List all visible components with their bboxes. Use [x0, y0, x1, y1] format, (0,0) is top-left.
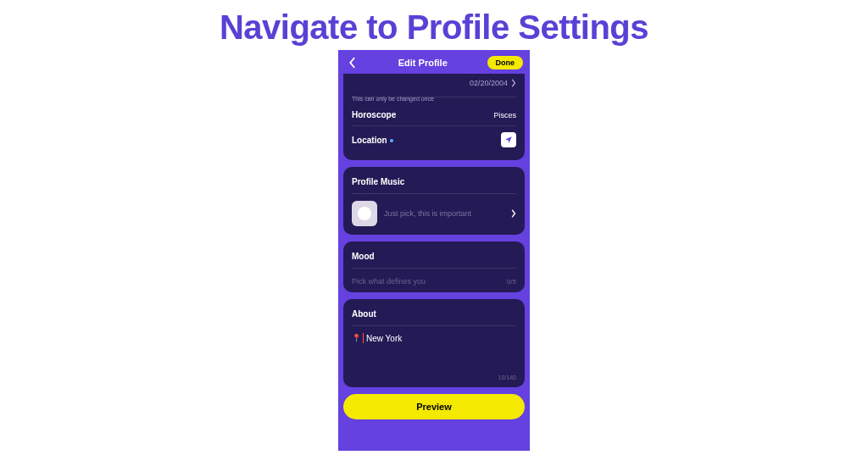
mood-count: 0/5 — [507, 278, 516, 286]
about-count: 10/140 — [498, 375, 516, 380]
profile-info-card: 02/20/2004 This can only be changed once… — [343, 74, 525, 160]
music-thumbnail — [352, 201, 377, 226]
profile-music-card: Profile Music Just pick, this is importa… — [343, 167, 525, 235]
pin-icon: 📍 — [352, 334, 361, 342]
top-bar: Edit Profile Done — [338, 50, 530, 74]
chevron-right-icon — [511, 79, 516, 87]
screen-title: Edit Profile — [398, 58, 448, 68]
birthdate-note: This can only be changed once — [352, 96, 516, 102]
mood-row[interactable]: Pick what defines you 0/5 — [352, 269, 516, 286]
mood-title: Mood — [352, 248, 516, 269]
content-scroll[interactable]: 02/20/2004 This can only be changed once… — [338, 74, 530, 451]
chevron-left-icon — [348, 57, 356, 69]
location-label: Location — [352, 136, 393, 145]
horoscope-label: Horoscope — [352, 110, 396, 119]
done-button[interactable]: Done — [487, 56, 524, 69]
mood-placeholder: Pick what defines you — [352, 277, 426, 286]
page-title: Navigate to Profile Settings — [0, 0, 868, 47]
location-row[interactable]: Location — [352, 126, 516, 153]
birthdate-value: 02/20/2004 — [470, 79, 516, 87]
text-cursor — [363, 333, 364, 343]
about-input[interactable]: 📍New York 10/140 — [352, 326, 516, 380]
horoscope-value: Pisces — [493, 111, 516, 119]
required-dot-icon — [390, 139, 393, 142]
back-button[interactable] — [345, 54, 359, 71]
about-card: About 📍New York 10/140 — [343, 299, 525, 387]
location-arrow-icon — [504, 136, 513, 144]
horoscope-row[interactable]: Horoscope Pisces — [352, 104, 516, 126]
mood-card: Mood Pick what defines you 0/5 — [343, 241, 525, 292]
profile-music-row[interactable]: Just pick, this is important — [352, 194, 516, 228]
about-text: 📍New York — [352, 333, 516, 343]
chevron-right-icon — [511, 209, 516, 218]
profile-music-title: Profile Music — [352, 174, 516, 194]
preview-button[interactable]: Preview — [343, 394, 525, 419]
music-placeholder: Just pick, this is important — [384, 209, 504, 219]
about-title: About — [352, 306, 516, 326]
birthdate-row[interactable]: 02/20/2004 — [352, 75, 516, 97]
location-button[interactable] — [501, 132, 516, 147]
phone-frame: Edit Profile Done 02/20/2004 This can on… — [338, 50, 530, 451]
